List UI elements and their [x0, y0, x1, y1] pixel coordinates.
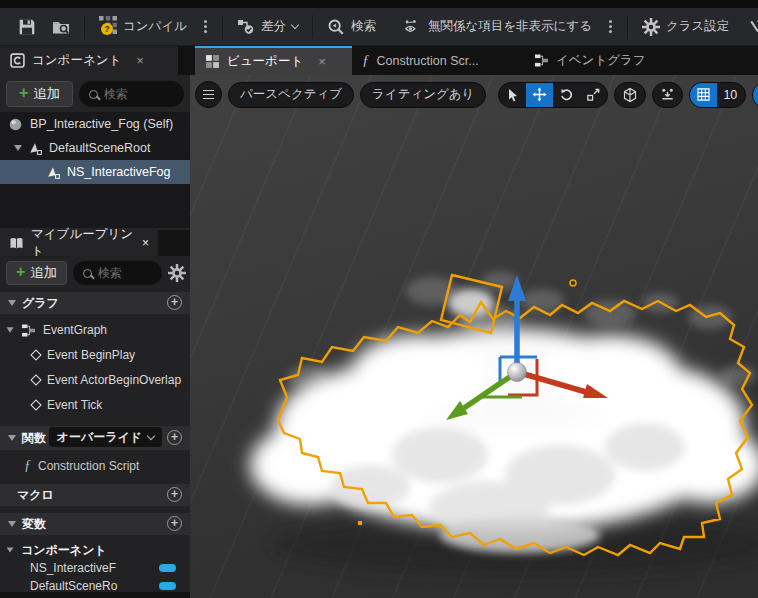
components-toolbar: + 追加 検索: [6, 81, 184, 107]
grid-snap-toggle[interactable]: [690, 82, 717, 108]
collapse-arrow-icon: [7, 547, 14, 552]
viewport-3d[interactable]: パースペクティブ ライティングあり: [190, 75, 758, 598]
section-macros[interactable]: マクロ +: [0, 484, 190, 506]
find-button[interactable]: 検索: [319, 12, 384, 42]
close-icon[interactable]: ×: [136, 53, 144, 68]
event-diamond-icon: [30, 374, 41, 385]
section-graphs[interactable]: グラフ +: [0, 292, 190, 314]
coordinate-space-button[interactable]: [614, 82, 646, 108]
tab-gap: [178, 46, 195, 75]
tree-row-label: NS_InteractiveFog: [67, 165, 171, 179]
tab-construction-script[interactable]: ƒ Construction Scr...: [352, 46, 524, 75]
class-defaults-button[interactable]: [741, 12, 758, 42]
variable-label: NS_InteractiveF: [30, 561, 116, 575]
tab-viewport[interactable]: ビューポート ×: [195, 46, 352, 75]
row-label: Event ActorBeginOverlap: [47, 373, 181, 387]
lit-label: ライティングあり: [372, 86, 474, 103]
close-icon[interactable]: ×: [318, 54, 326, 69]
add-label: 追加: [33, 85, 60, 103]
search-icon: [327, 18, 345, 36]
section-variables[interactable]: 変数 +: [0, 513, 190, 535]
select-tool-button[interactable]: [499, 82, 526, 108]
grid-icon: [697, 88, 710, 101]
left-panel-column: + 追加 検索 BP_Interactive_Fog (Self) Defaul…: [0, 75, 190, 598]
tab-label: マイブループリント: [31, 226, 135, 260]
tree-row-label: BP_Interactive_Fog (Self): [30, 117, 173, 131]
tab-my-blueprint[interactable]: マイブループリント ×: [0, 230, 158, 256]
event-diamond-icon: [30, 399, 41, 410]
variable-row-ns-interactivefog[interactable]: NS_InteractiveF: [0, 559, 190, 577]
tree-row-defaultsceneroot[interactable]: DefaultSceneRoot: [0, 136, 190, 160]
rotation-snap-toggle[interactable]: [753, 82, 758, 108]
tree-row-self[interactable]: BP_Interactive_Fog (Self): [0, 112, 190, 136]
search-icon: [89, 90, 98, 99]
function-icon: ƒ: [24, 458, 31, 474]
my-blueprint-toolbar: + 追加 検索: [6, 261, 186, 285]
row-construction-script[interactable]: ƒ Construction Script: [0, 454, 190, 478]
row-event-beginplay[interactable]: Event BeginPlay: [0, 342, 190, 367]
move-tool-button[interactable]: [526, 82, 553, 108]
compile-button[interactable]: ? コンパイル: [91, 12, 195, 42]
add-variable-icon[interactable]: +: [167, 516, 182, 531]
transform-tool-group: [498, 82, 608, 108]
row-eventgraph[interactable]: EventGraph: [0, 318, 190, 342]
blueprint-editor-window: ? コンパイル 差分 検索 無関係な項目を非表示にする クラス設定: [0, 0, 758, 598]
plus-icon: +: [16, 264, 25, 280]
components-tree: BP_Interactive_Fog (Self) DefaultSceneRo…: [0, 112, 190, 228]
expander-arrow-icon[interactable]: [14, 145, 22, 151]
hide-unrelated-button[interactable]: 無関係な項目を非表示にする: [396, 12, 600, 42]
view-mode-dropdown[interactable]: ライティングあり: [360, 82, 486, 108]
my-blueprint-search-input[interactable]: 検索: [73, 261, 162, 285]
save-button[interactable]: [10, 12, 44, 42]
tree-row-ns-interactivefog[interactable]: NS_InteractiveFog: [0, 160, 190, 184]
section-functions[interactable]: 関数 (1 オーバーライド +: [0, 426, 190, 450]
tab-event-graph[interactable]: イベントグラフ: [524, 46, 674, 75]
toolbar-separator: [84, 15, 85, 39]
override-dropdown[interactable]: オーバーライド: [49, 427, 162, 447]
viewport-icon: [205, 54, 220, 69]
row-label: EventGraph: [43, 323, 107, 337]
diff-label: 差分: [261, 18, 286, 35]
row-event-tick[interactable]: Event Tick: [0, 392, 190, 417]
collapse-arrow-icon: [8, 300, 16, 306]
search-icon: [83, 269, 92, 278]
add-component-button[interactable]: + 追加: [6, 81, 73, 107]
add-function-icon[interactable]: +: [167, 430, 182, 445]
scene-component-icon: [46, 165, 61, 180]
perspective-dropdown[interactable]: パースペクティブ: [228, 82, 354, 108]
row-label: Event BeginPlay: [47, 348, 135, 362]
surface-snapping-button[interactable]: [652, 82, 683, 108]
diff-icon: [237, 18, 255, 36]
class-settings-label: クラス設定: [666, 18, 729, 35]
diff-button[interactable]: 差分: [229, 12, 306, 42]
components-search-input[interactable]: 検索: [79, 81, 184, 107]
panel-settings-gear-icon[interactable]: [168, 264, 186, 282]
section-label: マクロ: [17, 487, 54, 504]
add-blueprint-item-button[interactable]: + 追加: [6, 261, 67, 285]
viewport-menu-button[interactable]: [195, 81, 222, 108]
variable-type-pill[interactable]: [159, 582, 176, 590]
browse-asset-button[interactable]: [44, 12, 78, 42]
grid-snap-value[interactable]: 10: [717, 88, 745, 102]
variable-type-pill[interactable]: [159, 564, 176, 572]
gear-icon: [642, 18, 660, 36]
category-components[interactable]: コンポーネント: [0, 541, 190, 559]
hide-unrelated-label: 無関係な項目を非表示にする: [428, 18, 592, 35]
hide-unrelated-options-button[interactable]: [600, 12, 621, 42]
plus-icon: +: [19, 85, 28, 101]
toolbar-separator: [222, 15, 223, 39]
close-icon[interactable]: ×: [142, 236, 149, 250]
row-event-actorbeginoverlap[interactable]: Event ActorBeginOverlap: [0, 367, 190, 392]
class-settings-button[interactable]: クラス設定: [634, 12, 737, 42]
tab-components[interactable]: コンポーネント ×: [0, 46, 178, 75]
scale-tool-button[interactable]: [580, 82, 607, 108]
add-graph-icon[interactable]: +: [167, 295, 182, 310]
variable-label: DefaultSceneRo: [30, 579, 117, 593]
compile-options-button[interactable]: [195, 12, 216, 42]
rotate-tool-button[interactable]: [553, 82, 580, 108]
gizmo-origin-sphere[interactable]: [508, 363, 527, 382]
scene-component-icon: [28, 141, 43, 156]
rotation-snap-group: 10°: [752, 82, 758, 108]
section-label: グラフ: [22, 295, 59, 312]
add-macro-icon[interactable]: +: [167, 487, 182, 502]
